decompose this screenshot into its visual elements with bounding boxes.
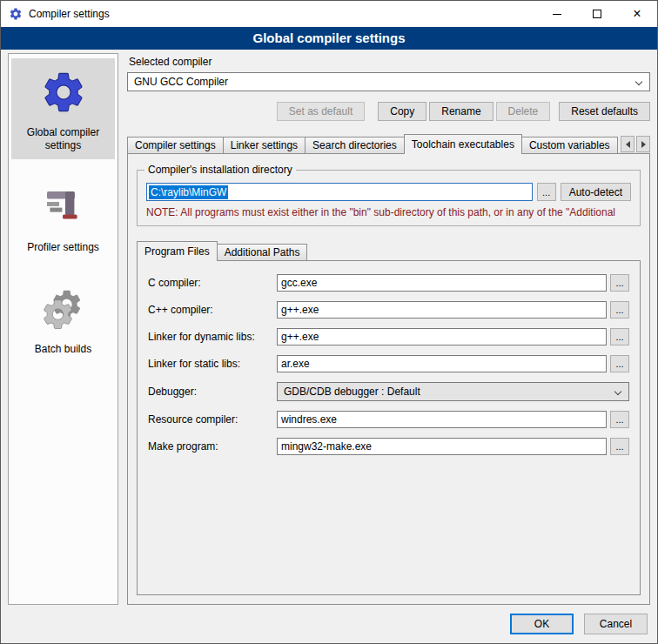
compiler-settings-dialog: Compiler settings × Global compiler sett…: [0, 0, 658, 644]
rename-button[interactable]: Rename: [429, 102, 493, 121]
program-files-panel: C compiler: ... C++ compiler: ... Linker…: [137, 260, 641, 595]
c-compiler-input[interactable]: [277, 274, 607, 292]
dialog-footer: OK Cancel: [1, 605, 657, 643]
sidebar-item-batch-builds[interactable]: Batch builds: [11, 275, 115, 363]
tab-scroll-arrows: [618, 136, 650, 152]
sidebar-item-label: Batch builds: [35, 343, 91, 356]
global-settings-gear-icon: [40, 65, 87, 119]
main-panel: Selected compiler GNU GCC Compiler Set a…: [127, 53, 650, 605]
selected-text: C:\raylib\MinGW: [149, 185, 228, 199]
left-arrow-icon: [626, 141, 630, 148]
static-linker-input[interactable]: [277, 355, 607, 372]
browse-button[interactable]: ...: [610, 274, 629, 292]
app-icon: [9, 7, 23, 21]
c-compiler-label: C compiler:: [148, 277, 277, 289]
cpp-compiler-input[interactable]: [277, 301, 607, 319]
dynamic-linker-input[interactable]: [277, 328, 607, 345]
resource-compiler-input[interactable]: [277, 411, 607, 428]
close-icon: ×: [633, 7, 641, 21]
field-row-c-compiler: C compiler: ...: [148, 274, 629, 292]
field-row-dynamic-linker: Linker for dynamic libs: ...: [148, 328, 629, 345]
browse-install-dir-button[interactable]: ...: [537, 183, 556, 201]
reset-defaults-button[interactable]: Reset defaults: [559, 102, 650, 121]
field-row-static-linker: Linker for static libs: ...: [148, 355, 629, 372]
tab-search-directories[interactable]: Search directories: [305, 137, 405, 153]
chevron-down-icon: [635, 78, 642, 85]
maximize-icon: [593, 10, 601, 18]
tab-scroll-left-button[interactable]: [621, 136, 634, 152]
field-row-cpp-compiler: C++ compiler: ...: [148, 301, 629, 319]
make-program-input[interactable]: [277, 438, 607, 455]
dialog-content: Global compiler settings Profiler settin…: [1, 50, 657, 605]
install-dir-input[interactable]: C:\raylib\MinGW: [146, 183, 533, 201]
field-row-resource-compiler: Resource compiler: ...: [148, 411, 629, 428]
maximize-button[interactable]: [577, 1, 617, 27]
installation-directory-row: C:\raylib\MinGW ... Auto-detect: [146, 183, 631, 201]
program-files-tabstrip: Program Files Additional Paths: [137, 241, 641, 261]
minimize-icon: [553, 14, 561, 15]
browse-button[interactable]: ...: [610, 411, 629, 428]
tab-linker-settings[interactable]: Linker settings: [223, 137, 306, 153]
tab-toolchain-executables[interactable]: Toolchain executables: [404, 134, 522, 154]
settings-tabstrip: Compiler settings Linker settings Search…: [127, 134, 650, 154]
static-linker-label: Linker for static libs:: [148, 358, 277, 370]
browse-button[interactable]: ...: [610, 328, 629, 345]
resource-compiler-label: Resource compiler:: [148, 413, 277, 426]
browse-button[interactable]: ...: [610, 438, 629, 455]
tab-scroll-right-button[interactable]: [636, 136, 650, 152]
debugger-select[interactable]: GDB/CDB debugger : Default: [277, 382, 629, 401]
tab-custom-variables[interactable]: Custom variables: [521, 137, 618, 153]
caption-buttons: ×: [537, 1, 657, 27]
ok-button[interactable]: OK: [510, 614, 574, 634]
toolchain-executables-panel: Compiler's installation directory C:\ray…: [127, 153, 650, 605]
selected-compiler-value: GNU GCC Compiler: [134, 76, 228, 88]
selected-compiler-label: Selected compiler: [129, 56, 650, 68]
debugger-value: GDB/CDB debugger : Default: [284, 386, 420, 398]
sidebar-item-profiler-settings[interactable]: Profiler settings: [11, 173, 115, 261]
page-title: Global compiler settings: [1, 27, 657, 50]
sidebar-item-label: Profiler settings: [27, 241, 99, 254]
set-as-default-button[interactable]: Set as default: [277, 102, 365, 121]
minimize-button[interactable]: [537, 1, 577, 27]
make-program-label: Make program:: [148, 440, 277, 453]
dynamic-linker-label: Linker for dynamic libs:: [148, 331, 277, 343]
installation-directory-group: Compiler's installation directory C:\ray…: [137, 170, 641, 226]
compiler-button-row: Set as default Copy Rename Delete Reset …: [127, 102, 650, 121]
right-arrow-icon: [641, 141, 646, 148]
browse-button[interactable]: ...: [610, 355, 629, 372]
field-row-debugger: Debugger: GDB/CDB debugger : Default: [148, 382, 629, 401]
auto-detect-button[interactable]: Auto-detect: [561, 183, 631, 201]
delete-button[interactable]: Delete: [496, 102, 551, 121]
subtab-additional-paths[interactable]: Additional Paths: [217, 244, 308, 260]
installation-directory-group-title: Compiler's installation directory: [144, 164, 296, 176]
close-button[interactable]: ×: [617, 1, 657, 27]
profiler-icon: [43, 180, 84, 234]
copy-button[interactable]: Copy: [378, 102, 426, 121]
window-title: Compiler settings: [29, 8, 110, 20]
note-text: NOTE: All programs must exist either in …: [146, 206, 631, 218]
sidebar-item-global-compiler-settings[interactable]: Global compiler settings: [11, 58, 115, 159]
subtab-program-files[interactable]: Program Files: [137, 241, 218, 261]
browse-button[interactable]: ...: [610, 301, 629, 319]
batch-builds-gear-icon: [40, 282, 87, 336]
cpp-compiler-label: C++ compiler:: [148, 304, 277, 316]
tab-compiler-settings[interactable]: Compiler settings: [127, 137, 224, 153]
debugger-label: Debugger:: [148, 386, 277, 398]
field-row-make-program: Make program: ...: [148, 438, 629, 455]
titlebar[interactable]: Compiler settings ×: [1, 1, 657, 27]
sidebar-item-label: Global compiler settings: [13, 126, 113, 152]
chevron-down-icon: [614, 388, 621, 395]
cancel-button[interactable]: Cancel: [584, 614, 648, 634]
settings-sidebar: Global compiler settings Profiler settin…: [8, 53, 118, 605]
selected-compiler-select[interactable]: GNU GCC Compiler: [127, 72, 650, 91]
